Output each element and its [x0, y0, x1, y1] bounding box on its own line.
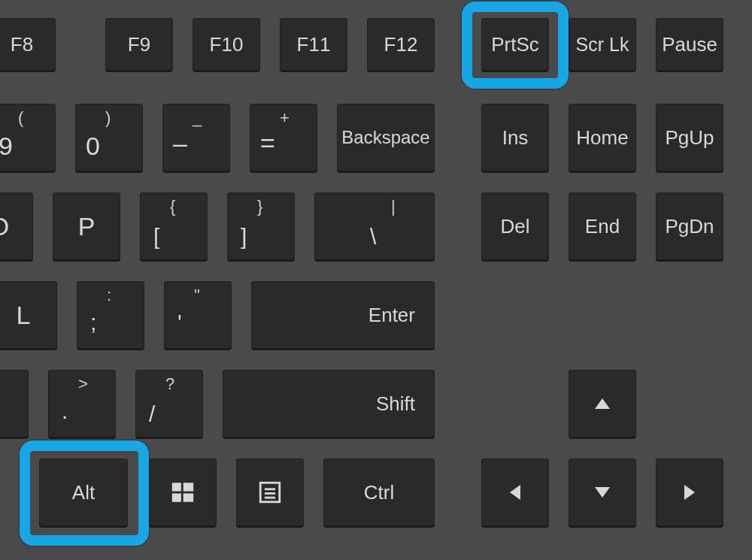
key-f12[interactable]: F12: [367, 18, 435, 71]
key-equals[interactable]: + =: [250, 104, 317, 171]
svg-rect-2: [172, 493, 181, 501]
arrow-up-icon: [595, 398, 610, 409]
key-shift-label: Shift: [376, 392, 415, 416]
arrow-left-icon: [510, 485, 520, 500]
key-pgdn-label: PgDn: [665, 215, 714, 238]
key-enter[interactable]: Enter: [251, 281, 435, 349]
key-slash-label: /: [149, 401, 155, 427]
key-pgdn[interactable]: PgDn: [656, 192, 723, 260]
key-l-label: L: [17, 301, 31, 330]
key-left-bracket-shift-label: {: [170, 197, 175, 216]
key-del[interactable]: Del: [481, 192, 549, 260]
svg-rect-3: [183, 493, 193, 501]
key-backslash-shift-label: |: [391, 197, 396, 216]
key-semicolon-label: ;: [90, 310, 96, 335]
key-del-label: Del: [500, 215, 529, 238]
key-backslash[interactable]: | \: [314, 192, 435, 260]
key-equals-shift-label: +: [280, 108, 290, 128]
key-f9-label: F9: [128, 33, 150, 56]
key-home-label: Home: [576, 126, 628, 150]
key-right-bracket-shift-label: }: [257, 197, 262, 216]
key-ins[interactable]: Ins: [481, 104, 549, 171]
key-period-shift-label: >: [78, 374, 88, 394]
key-backspace-label: Backspace: [341, 127, 429, 148]
key-scrlk[interactable]: Scr Lk: [569, 18, 636, 71]
key-p-label: P: [78, 212, 96, 241]
key-end[interactable]: End: [569, 192, 636, 260]
key-arrow-right[interactable]: [656, 459, 723, 526]
key-minus-shift-label: _: [193, 108, 202, 128]
key-slash-shift-label: ?: [165, 374, 174, 394]
key-ctrl[interactable]: Ctrl: [323, 459, 435, 526]
key-quote[interactable]: " ': [164, 281, 232, 349]
menu-icon: [257, 480, 283, 505]
key-semicolon[interactable]: : ;: [77, 281, 144, 349]
key-f8[interactable]: F8: [0, 18, 56, 71]
key-o[interactable]: O: [0, 192, 33, 260]
key-left-bracket[interactable]: { [: [140, 192, 208, 260]
key-f11[interactable]: F11: [280, 18, 347, 71]
key-enter-label: Enter: [368, 304, 415, 327]
arrow-down-icon: [595, 487, 610, 498]
key-f8-label: F8: [11, 33, 33, 56]
key-prtsc[interactable]: PrtSc: [481, 18, 549, 71]
arrow-right-icon: [684, 485, 695, 500]
key-minus-label: –: [173, 129, 187, 158]
key-slash[interactable]: ? /: [135, 370, 203, 437]
key-end-label: End: [585, 215, 620, 238]
key-arrow-left[interactable]: [481, 459, 549, 526]
key-9-label: 9: [0, 132, 13, 161]
key-l[interactable]: L: [0, 281, 57, 349]
key-f10-label: F10: [210, 33, 244, 56]
key-ins-label: Ins: [502, 126, 529, 150]
key-f10[interactable]: F10: [193, 18, 260, 71]
key-pgup[interactable]: PgUp: [656, 104, 723, 171]
key-right-bracket[interactable]: } ]: [227, 192, 295, 260]
key-quote-label: ': [177, 310, 182, 335]
key-left-bracket-label: [: [153, 224, 159, 250]
key-minus[interactable]: _ –: [162, 104, 230, 171]
key-9-shift-label: (: [18, 108, 23, 128]
key-prtsc-label: PrtSc: [491, 33, 539, 56]
key-0-shift-label: ): [105, 108, 111, 128]
key-equals-label: =: [260, 129, 275, 158]
key-0[interactable]: ) 0: [75, 104, 143, 171]
key-home[interactable]: Home: [569, 104, 636, 171]
key-alt[interactable]: Alt: [39, 459, 128, 526]
key-period-label: .: [62, 398, 68, 424]
key-o-label: O: [0, 212, 9, 241]
key-f9[interactable]: F9: [105, 18, 173, 71]
key-arrow-up[interactable]: [569, 370, 636, 437]
key-quote-shift-label: ": [194, 286, 200, 305]
key-scrlk-label: Scr Lk: [576, 34, 629, 56]
key-0-label: 0: [86, 132, 100, 161]
key-menu[interactable]: [236, 459, 304, 526]
key-pause-label: Pause: [662, 33, 717, 56]
key-backslash-label: \: [370, 224, 376, 250]
svg-rect-1: [183, 483, 193, 491]
key-alt-label: Alt: [72, 481, 95, 504]
key-arrow-down[interactable]: [569, 459, 636, 526]
svg-rect-0: [172, 483, 181, 491]
windows-icon: [170, 480, 196, 505]
key-pause[interactable]: Pause: [656, 18, 723, 71]
key-semicolon-shift-label: :: [107, 286, 111, 305]
key-f11-label: F11: [297, 33, 331, 56]
key-period[interactable]: > .: [48, 370, 116, 437]
key-windows[interactable]: [149, 459, 217, 526]
key-comma-shift-label: <: [0, 374, 1, 394]
keyboard-section: F8 F9 F10 F11 F12 PrtSc Scr Lk Pause ( 9…: [0, 0, 752, 560]
key-9[interactable]: ( 9: [0, 104, 56, 171]
key-f12-label: F12: [384, 33, 418, 56]
key-pgup-label: PgUp: [665, 126, 714, 150]
key-backspace[interactable]: Backspace: [337, 104, 435, 171]
key-comma[interactable]: < ,: [0, 370, 29, 437]
key-ctrl-label: Ctrl: [364, 481, 394, 504]
key-p[interactable]: P: [53, 192, 120, 260]
key-right-bracket-label: ]: [241, 224, 247, 250]
key-shift[interactable]: Shift: [223, 370, 435, 437]
